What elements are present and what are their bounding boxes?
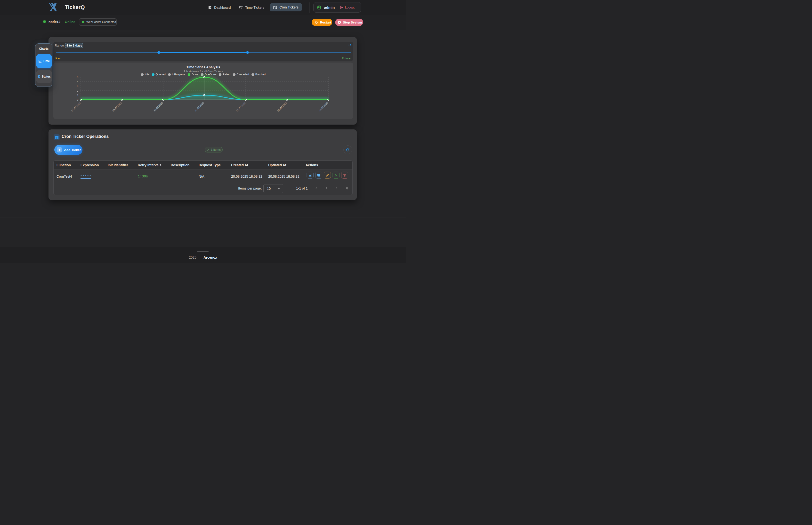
svg-text:22.08.2025: 22.08.2025 (277, 101, 287, 112)
svg-text:20.08.2025: 20.08.2025 (194, 101, 205, 112)
svg-text:23.08.2025: 23.08.2025 (318, 101, 329, 112)
svg-text:1: 1 (77, 94, 78, 96)
svg-text:3: 3 (77, 85, 78, 88)
svg-text:19.08.2025: 19.08.2025 (153, 101, 163, 112)
svg-text:4: 4 (77, 80, 78, 83)
svg-text:0: 0 (77, 99, 78, 101)
svg-text:18.08.2025: 18.08.2025 (112, 101, 122, 112)
svg-text:2: 2 (77, 89, 78, 92)
svg-text:17.08.2025: 17.08.2025 (71, 101, 81, 112)
svg-text:5: 5 (77, 76, 78, 78)
svg-text:21.08.2025: 21.08.2025 (236, 101, 246, 112)
